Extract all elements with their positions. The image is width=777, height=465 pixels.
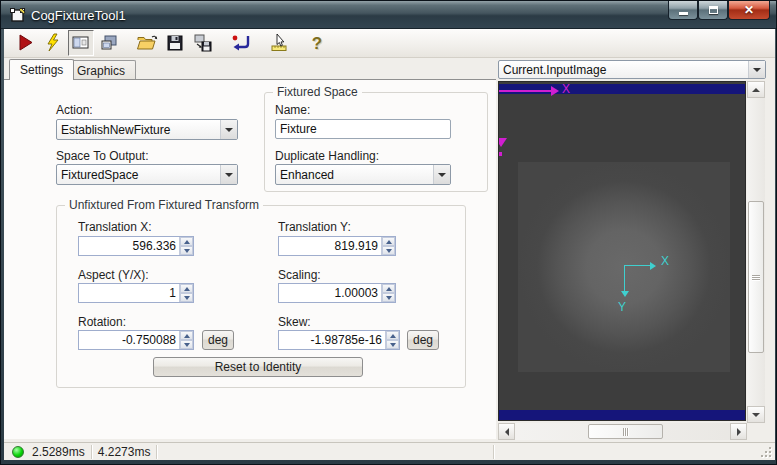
maximize-button[interactable] [698, 1, 728, 20]
minimize-icon [679, 12, 688, 15]
reset-tool-button[interactable] [228, 30, 254, 56]
duplicate-handling-dropdown[interactable]: Enhanced [275, 164, 451, 185]
scroll-left-button[interactable] [498, 423, 515, 440]
spin-up-button[interactable] [382, 284, 395, 293]
vertical-scrollbar[interactable] [747, 81, 765, 423]
pointer-ruler-icon [268, 33, 290, 53]
space-to-output-label: Space To Output: [56, 149, 149, 163]
magenta-x-axis-label: X [562, 82, 570, 96]
reset-arrow-icon [230, 33, 252, 53]
close-button[interactable]: ✕ [728, 1, 770, 20]
dropdown-arrow-icon[interactable] [433, 165, 450, 184]
open-file-button[interactable] [134, 30, 160, 56]
dropdown-arrow-icon[interactable] [220, 120, 237, 139]
name-input[interactable] [275, 119, 451, 139]
image-source-dropdown[interactable]: Current.InputImage [498, 60, 766, 79]
skew-spinner [385, 331, 399, 349]
save-image-icon [193, 33, 213, 53]
rotation-input[interactable] [79, 331, 179, 349]
electric-run-button[interactable] [40, 30, 66, 56]
minimize-button[interactable] [668, 1, 698, 20]
skew-label: Skew: [278, 315, 311, 329]
fixture-tool-icon [9, 6, 27, 24]
scroll-up-button[interactable] [747, 81, 765, 98]
tab-graphics[interactable]: Graphics [66, 60, 136, 80]
spin-down-button[interactable] [382, 246, 395, 255]
status-divider [91, 445, 92, 459]
tab-settings[interactable]: Settings [9, 59, 74, 80]
spin-up-button[interactable] [386, 331, 399, 340]
measure-button[interactable] [266, 30, 292, 56]
run-button[interactable] [12, 30, 38, 56]
cyan-y-arrowhead-icon [621, 291, 629, 297]
spin-up-button[interactable] [180, 284, 193, 293]
spin-down-button[interactable] [180, 293, 193, 302]
magenta-x-arrowhead-icon [551, 86, 559, 96]
window-title: CogFixtureTool1 [31, 8, 126, 23]
scaling-spinner [381, 284, 395, 302]
resize-grip[interactable] [761, 447, 771, 457]
cyan-x-axis-line [624, 265, 650, 266]
spin-up-button[interactable] [382, 237, 395, 246]
image-source-selected-value: Current.InputImage [499, 63, 748, 77]
vertical-scroll-thumb[interactable] [748, 201, 764, 353]
maximize-icon [709, 6, 718, 14]
spin-down-button[interactable] [386, 340, 399, 349]
spin-up-button[interactable] [180, 237, 193, 246]
cyan-y-axis-label: Y [618, 300, 626, 314]
horizontal-scrollbar[interactable] [498, 423, 747, 440]
scaling-input[interactable] [279, 284, 381, 302]
transform-group: Unfixtured From Fixtured Transform Trans… [56, 205, 466, 388]
space-to-output-selected-value: FixturedSpace [57, 168, 220, 182]
save-image-button[interactable] [190, 30, 216, 56]
float-window-button[interactable] [96, 30, 122, 56]
spin-down-button[interactable] [180, 340, 193, 349]
cyan-x-axis-label: X [661, 254, 669, 268]
aspect-field [78, 283, 194, 303]
action-selected-value: EstablishNewFixture [57, 123, 220, 137]
magenta-y-axis-fragment [499, 152, 502, 156]
cyan-y-axis-line [624, 265, 625, 291]
horizontal-scroll-thumb[interactable] [588, 424, 663, 439]
dropdown-arrow-icon[interactable] [748, 61, 765, 78]
magenta-y-arrowhead-icon [498, 138, 507, 147]
scroll-right-button[interactable] [730, 423, 747, 440]
translation-y-input[interactable] [279, 237, 381, 255]
lightning-icon [43, 33, 63, 53]
action-dropdown[interactable]: EstablishNewFixture [56, 119, 238, 140]
close-icon: ✕ [744, 4, 754, 16]
open-folder-icon [136, 33, 158, 53]
image-display[interactable]: X X Y [498, 81, 746, 421]
translation-x-spinner [179, 237, 193, 255]
space-to-output-dropdown[interactable]: FixturedSpace [56, 164, 238, 185]
dropdown-arrow-icon[interactable] [220, 165, 237, 184]
translation-y-spinner [381, 237, 395, 255]
spin-down-button[interactable] [382, 293, 395, 302]
status-time-1: 2.5289ms [32, 445, 85, 459]
client-area: ? Settings Graphics Action: EstablishNew… [4, 29, 775, 460]
rotation-deg-button[interactable]: deg [202, 330, 234, 350]
fixtured-space-group: Fixtured Space Name: Duplicate Handling:… [264, 92, 488, 192]
translation-x-input[interactable] [79, 237, 179, 255]
status-led-icon [12, 446, 24, 458]
skew-deg-button[interactable]: deg [407, 330, 439, 350]
rotation-spinner [179, 331, 193, 349]
image-pane-toggle-button[interactable] [68, 30, 94, 56]
transform-group-title: Unfixtured From Fixtured Transform [65, 198, 263, 212]
spin-down-button[interactable] [180, 246, 193, 255]
aspect-input[interactable] [79, 284, 179, 302]
translation-y-label: Translation Y: [278, 220, 351, 234]
title-bar[interactable]: CogFixtureTool1 [1, 1, 777, 29]
scaling-field [278, 283, 396, 303]
name-label: Name: [275, 103, 310, 117]
spin-up-button[interactable] [180, 331, 193, 340]
help-button[interactable]: ? [304, 30, 330, 56]
status-divider [156, 445, 157, 459]
translation-x-label: Translation X: [78, 220, 152, 234]
scroll-down-button[interactable] [747, 406, 765, 423]
magenta-x-axis-line [499, 90, 551, 92]
reset-to-identity-button[interactable]: Reset to Identity [153, 357, 363, 377]
duplicate-handling-selected-value: Enhanced [276, 168, 433, 182]
save-file-button[interactable] [162, 30, 188, 56]
skew-input[interactable] [279, 331, 385, 349]
